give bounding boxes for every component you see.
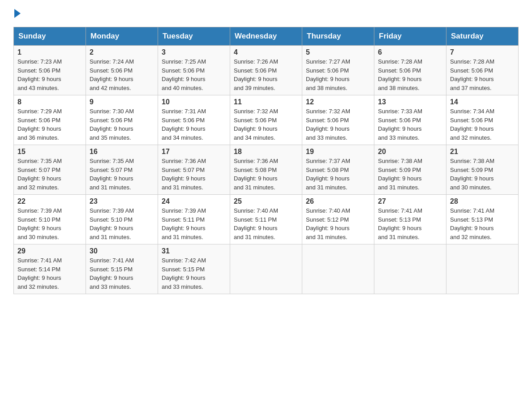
page-header: [13, 9, 519, 18]
calendar-cell: 20 Sunrise: 7:38 AM Sunset: 5:09 PM Dayl…: [374, 145, 446, 195]
day-info: Sunrise: 7:39 AM Sunset: 5:10 PM Dayligh…: [17, 206, 82, 241]
day-number: 27: [378, 197, 442, 206]
calendar-cell: 31 Sunrise: 7:42 AM Sunset: 5:15 PM Dayl…: [158, 244, 230, 294]
day-number: 15: [17, 148, 82, 156]
day-info: Sunrise: 7:41 AM Sunset: 5:14 PM Dayligh…: [17, 256, 82, 291]
day-number: 5: [306, 48, 370, 56]
calendar-cell: 7 Sunrise: 7:28 AM Sunset: 5:06 PM Dayli…: [446, 46, 519, 95]
calendar-cell: 5 Sunrise: 7:27 AM Sunset: 5:06 PM Dayli…: [302, 46, 374, 95]
day-info: Sunrise: 7:39 AM Sunset: 5:11 PM Dayligh…: [162, 206, 226, 241]
day-number: 30: [90, 247, 154, 255]
weekday-header-saturday: Saturday: [446, 27, 519, 46]
weekday-header-monday: Monday: [86, 27, 158, 46]
day-number: 12: [306, 98, 370, 106]
calendar-cell: 9 Sunrise: 7:30 AM Sunset: 5:06 PM Dayli…: [86, 95, 158, 145]
calendar-cell: 15 Sunrise: 7:35 AM Sunset: 5:07 PM Dayl…: [14, 145, 86, 195]
day-number: 28: [450, 197, 515, 206]
calendar-cell: 30 Sunrise: 7:41 AM Sunset: 5:15 PM Dayl…: [86, 244, 158, 294]
calendar-cell: [230, 244, 302, 294]
day-number: 9: [90, 98, 154, 106]
calendar-cell: 29 Sunrise: 7:41 AM Sunset: 5:14 PM Dayl…: [14, 244, 86, 294]
day-info: Sunrise: 7:41 AM Sunset: 5:13 PM Dayligh…: [450, 206, 515, 241]
calendar-cell: 10 Sunrise: 7:31 AM Sunset: 5:06 PM Dayl…: [158, 95, 230, 145]
calendar-cell: [446, 244, 519, 294]
day-info: Sunrise: 7:42 AM Sunset: 5:15 PM Dayligh…: [162, 256, 226, 291]
week-row-3: 15 Sunrise: 7:35 AM Sunset: 5:07 PM Dayl…: [14, 145, 519, 195]
day-info: Sunrise: 7:34 AM Sunset: 5:06 PM Dayligh…: [450, 107, 515, 142]
logo: [13, 9, 21, 18]
day-number: 20: [378, 148, 442, 156]
day-number: 17: [162, 148, 226, 156]
day-number: 22: [17, 197, 82, 206]
calendar-cell: 16 Sunrise: 7:35 AM Sunset: 5:07 PM Dayl…: [86, 145, 158, 195]
calendar-cell: 14 Sunrise: 7:34 AM Sunset: 5:06 PM Dayl…: [446, 95, 519, 145]
day-number: 23: [90, 197, 154, 206]
calendar-cell: 26 Sunrise: 7:40 AM Sunset: 5:12 PM Dayl…: [302, 195, 374, 244]
calendar-cell: 22 Sunrise: 7:39 AM Sunset: 5:10 PM Dayl…: [14, 195, 86, 244]
day-info: Sunrise: 7:41 AM Sunset: 5:13 PM Dayligh…: [378, 206, 442, 241]
calendar-cell: 6 Sunrise: 7:28 AM Sunset: 5:06 PM Dayli…: [374, 46, 446, 95]
day-info: Sunrise: 7:37 AM Sunset: 5:08 PM Dayligh…: [306, 157, 370, 192]
weekday-header-tuesday: Tuesday: [158, 27, 230, 46]
calendar-cell: [302, 244, 374, 294]
week-row-4: 22 Sunrise: 7:39 AM Sunset: 5:10 PM Dayl…: [14, 195, 519, 244]
day-number: 24: [162, 197, 226, 206]
day-info: Sunrise: 7:26 AM Sunset: 5:06 PM Dayligh…: [234, 57, 298, 92]
day-number: 1: [17, 48, 82, 56]
day-info: Sunrise: 7:40 AM Sunset: 5:12 PM Dayligh…: [306, 206, 370, 241]
day-number: 16: [90, 148, 154, 156]
weekday-header-thursday: Thursday: [302, 27, 374, 46]
day-info: Sunrise: 7:29 AM Sunset: 5:06 PM Dayligh…: [17, 107, 82, 142]
day-number: 10: [162, 98, 226, 106]
day-number: 13: [378, 98, 442, 106]
calendar-cell: 27 Sunrise: 7:41 AM Sunset: 5:13 PM Dayl…: [374, 195, 446, 244]
day-info: Sunrise: 7:24 AM Sunset: 5:06 PM Dayligh…: [90, 57, 154, 92]
day-number: 11: [234, 98, 298, 106]
week-row-5: 29 Sunrise: 7:41 AM Sunset: 5:14 PM Dayl…: [14, 244, 519, 294]
calendar-cell: 3 Sunrise: 7:25 AM Sunset: 5:06 PM Dayli…: [158, 46, 230, 95]
day-number: 21: [450, 148, 515, 156]
calendar-cell: 24 Sunrise: 7:39 AM Sunset: 5:11 PM Dayl…: [158, 195, 230, 244]
calendar-cell: 28 Sunrise: 7:41 AM Sunset: 5:13 PM Dayl…: [446, 195, 519, 244]
day-number: 2: [90, 48, 154, 56]
week-row-2: 8 Sunrise: 7:29 AM Sunset: 5:06 PM Dayli…: [14, 95, 519, 145]
day-info: Sunrise: 7:32 AM Sunset: 5:06 PM Dayligh…: [306, 107, 370, 142]
day-number: 7: [450, 48, 515, 56]
day-number: 4: [234, 48, 298, 56]
logo-arrow-icon: [14, 9, 21, 18]
weekday-header-wednesday: Wednesday: [230, 27, 302, 46]
day-info: Sunrise: 7:38 AM Sunset: 5:09 PM Dayligh…: [378, 157, 442, 192]
day-number: 25: [234, 197, 298, 206]
day-number: 26: [306, 197, 370, 206]
calendar-cell: 23 Sunrise: 7:39 AM Sunset: 5:10 PM Dayl…: [86, 195, 158, 244]
day-info: Sunrise: 7:36 AM Sunset: 5:07 PM Dayligh…: [162, 157, 226, 192]
day-number: 8: [17, 98, 82, 106]
calendar-cell: 21 Sunrise: 7:38 AM Sunset: 5:09 PM Dayl…: [446, 145, 519, 195]
day-info: Sunrise: 7:35 AM Sunset: 5:07 PM Dayligh…: [90, 157, 154, 192]
day-info: Sunrise: 7:27 AM Sunset: 5:06 PM Dayligh…: [306, 57, 370, 92]
day-info: Sunrise: 7:28 AM Sunset: 5:06 PM Dayligh…: [378, 57, 442, 92]
day-info: Sunrise: 7:33 AM Sunset: 5:06 PM Dayligh…: [378, 107, 442, 142]
calendar-cell: 17 Sunrise: 7:36 AM Sunset: 5:07 PM Dayl…: [158, 145, 230, 195]
calendar-cell: 4 Sunrise: 7:26 AM Sunset: 5:06 PM Dayli…: [230, 46, 302, 95]
calendar-cell: [374, 244, 446, 294]
day-info: Sunrise: 7:31 AM Sunset: 5:06 PM Dayligh…: [162, 107, 226, 142]
day-info: Sunrise: 7:35 AM Sunset: 5:07 PM Dayligh…: [17, 157, 82, 192]
day-number: 29: [17, 247, 82, 255]
day-number: 31: [162, 247, 226, 255]
day-info: Sunrise: 7:39 AM Sunset: 5:10 PM Dayligh…: [90, 206, 154, 241]
calendar-cell: 1 Sunrise: 7:23 AM Sunset: 5:06 PM Dayli…: [14, 46, 86, 95]
day-info: Sunrise: 7:38 AM Sunset: 5:09 PM Dayligh…: [450, 157, 515, 192]
day-info: Sunrise: 7:25 AM Sunset: 5:06 PM Dayligh…: [162, 57, 226, 92]
calendar-cell: 13 Sunrise: 7:33 AM Sunset: 5:06 PM Dayl…: [374, 95, 446, 145]
calendar-cell: 12 Sunrise: 7:32 AM Sunset: 5:06 PM Dayl…: [302, 95, 374, 145]
day-number: 14: [450, 98, 515, 106]
day-number: 18: [234, 148, 298, 156]
calendar-cell: 2 Sunrise: 7:24 AM Sunset: 5:06 PM Dayli…: [86, 46, 158, 95]
week-row-1: 1 Sunrise: 7:23 AM Sunset: 5:06 PM Dayli…: [14, 46, 519, 95]
calendar-cell: 25 Sunrise: 7:40 AM Sunset: 5:11 PM Dayl…: [230, 195, 302, 244]
weekday-header-friday: Friday: [374, 27, 446, 46]
day-info: Sunrise: 7:23 AM Sunset: 5:06 PM Dayligh…: [17, 57, 82, 92]
calendar-cell: 8 Sunrise: 7:29 AM Sunset: 5:06 PM Dayli…: [14, 95, 86, 145]
calendar-table: SundayMondayTuesdayWednesdayThursdayFrid…: [13, 27, 519, 294]
